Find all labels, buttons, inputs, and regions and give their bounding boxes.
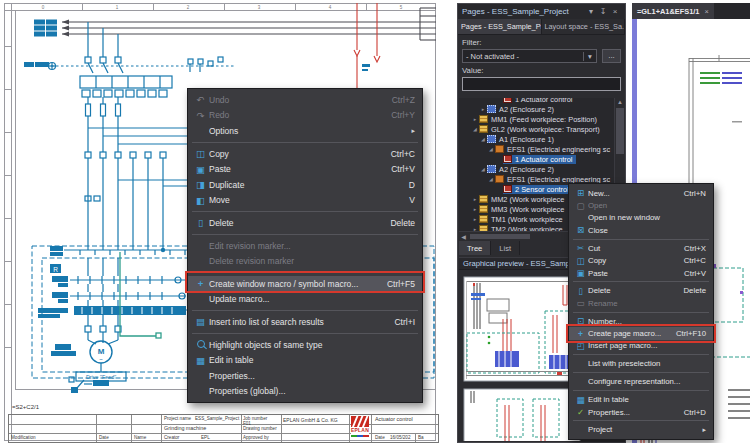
interruption-point-label: R <box>53 266 58 273</box>
tab-layout-space[interactable]: Layout space - ESS_Sa... <box>542 19 626 34</box>
scissors-icon: ✂ <box>573 243 588 253</box>
filter-combobox[interactable]: - Not activated - ▾ <box>462 49 597 63</box>
menu-item-move[interactable]: ◧ Move V <box>188 193 422 209</box>
chevron-down-icon[interactable]: ▾ <box>585 7 597 16</box>
date-column-label: Date <box>99 436 109 441</box>
tree-item[interactable]: ▸ MM1 (Feed workpiece: Position) <box>459 114 624 124</box>
close-page-icon: ⊠ <box>573 225 588 235</box>
tree-item[interactable]: ◢ A2 (Enclosure 2) <box>459 164 624 174</box>
editor-tab[interactable]: =GL1+A1&EFS1/1 × <box>632 3 714 19</box>
menu-separator <box>573 390 709 396</box>
expander-icon[interactable]: ▸ <box>471 196 479 202</box>
tree-item-selected[interactable]: 1 Actuator control <box>459 154 624 164</box>
menu-item-update-macro[interactable]: Update macro... <box>188 292 422 308</box>
expander-icon[interactable]: ◢ <box>471 126 479 132</box>
menu-item-copy[interactable]: ◫ Copy Ctrl+C <box>569 254 713 266</box>
menu-item-delete-revision-marker[interactable]: Delete revision marker <box>188 253 422 269</box>
expander-icon[interactable]: ◢ <box>479 166 487 172</box>
menu-item-paste[interactable]: ▣ Paste Ctrl+V <box>188 161 422 177</box>
context-menu-schematic: ↶ Undo Ctrl+Z ↷ Redo Ctrl+Y Options ▸ ◫ … <box>187 88 423 403</box>
function-module-icon <box>479 115 488 123</box>
menu-item-rename[interactable]: ▭ Rename <box>569 297 713 309</box>
function-module-icon <box>479 195 488 203</box>
svg-text:2: 2 <box>187 5 190 10</box>
menu-item-insert-page-macro[interactable]: ◰ Insert page macro... <box>569 340 713 352</box>
scrollbar-thumb[interactable] <box>616 108 624 154</box>
menu-item-options[interactable]: Options ▸ <box>188 123 422 139</box>
scroll-up-icon[interactable]: ▲ <box>615 98 625 107</box>
function-module-icon <box>479 125 488 133</box>
pages-panel-titlebar[interactable]: Pages - ESS_Sample_Project ▾ ↧ × <box>458 4 625 19</box>
new-page-icon: ⊞ <box>573 188 588 198</box>
menu-separator <box>573 239 709 245</box>
value-label: Value: <box>458 63 625 76</box>
expander-icon[interactable]: ▸ <box>471 206 479 212</box>
menu-item-paste[interactable]: ▣ Paste Ctrl+V <box>569 267 713 279</box>
menu-item-new[interactable]: ⊞ New... Ctrl+N <box>569 187 713 199</box>
tree-item[interactable]: ◢ A1 (Enclosure 1) <box>459 134 624 144</box>
close-icon[interactable]: × <box>609 7 621 16</box>
machine-name: Grinding machine <box>164 426 206 431</box>
tree-item[interactable]: ▸ A2 (Enclosure 2) <box>459 104 624 114</box>
tree-item[interactable]: ◢ GL2 (Work workpiece: Transport) <box>459 124 624 134</box>
paste-icon: ▣ <box>573 268 588 278</box>
expander-icon[interactable]: ◢ <box>487 146 495 152</box>
drawing-number-label: Drawing number <box>243 427 277 432</box>
svg-text:5: 5 <box>400 5 403 10</box>
svg-text:3: 3 <box>258 5 261 10</box>
modification-label: Modification <box>11 436 36 441</box>
menu-separator <box>573 354 709 360</box>
menu-separator <box>192 310 418 317</box>
duplicate-icon: ◨ <box>192 179 209 190</box>
menu-item-properties[interactable]: ✓ Properties... Ctrl+D <box>569 406 713 418</box>
page-icon <box>503 98 512 103</box>
expander-icon[interactable]: ◢ <box>487 176 495 182</box>
pages-panel-title: Pages - ESS_Sample_Project <box>462 7 585 16</box>
value-input[interactable] <box>462 77 621 91</box>
red-wires <box>354 3 380 88</box>
menu-separator <box>573 420 709 426</box>
scroll-left-icon[interactable]: ◀ <box>459 233 468 240</box>
project-name-label: Project name <box>164 417 191 422</box>
eplan-logo: EPLAN <box>351 416 369 437</box>
menu-separator <box>573 281 709 287</box>
ruler-numbers: 0 1 2 3 4 5 <box>42 5 403 10</box>
scrollbar-thumb[interactable] <box>470 234 530 239</box>
expander-icon[interactable]: ▸ <box>479 106 487 112</box>
expander-icon[interactable]: ◢ <box>479 136 487 142</box>
menu-separator <box>192 211 418 218</box>
function-module-icon <box>479 205 488 213</box>
menu-item-redo[interactable]: ↷ Redo Ctrl+Y <box>188 108 422 124</box>
menu-item-properties-global[interactable]: Properties (global)... <box>188 384 422 400</box>
name-right-value: Ba <box>418 436 424 441</box>
menu-item-edit-in-table[interactable]: ▦ Edit in table <box>188 352 422 368</box>
expander-icon[interactable]: ▸ <box>471 216 479 222</box>
filter-more-button[interactable]: ... <box>602 49 621 63</box>
menu-item-undo[interactable]: ↶ Undo Ctrl+Z <box>188 92 422 108</box>
pages-panel-tabs: Pages - ESS_Sample_Pr... Layout space - … <box>458 19 625 35</box>
editor-tabbar: =GL1+A1&EFS1/1 × <box>632 3 750 19</box>
tab-close-icon[interactable]: × <box>704 7 708 16</box>
tab-pages[interactable]: Pages - ESS_Sample_Pr... <box>458 19 542 34</box>
menu-item-create-page-macro[interactable]: + Create page macro... Ctrl+F10 <box>569 327 713 339</box>
menu-separator <box>573 372 709 378</box>
pin-icon[interactable]: ↧ <box>597 7 609 16</box>
tree-item[interactable]: ◢ EFS1 (Electrical engineering sc <box>459 144 624 154</box>
page-location-text: =S2+C2/1 <box>12 404 39 410</box>
combo-arrow-icon[interactable]: ▾ <box>583 52 596 61</box>
copy-icon: ◫ <box>573 256 588 266</box>
menu-item-duplicate[interactable]: ◨ Duplicate D <box>188 177 422 193</box>
table-icon: ▦ <box>192 355 209 366</box>
date-label: Date <box>375 436 385 441</box>
tab-list[interactable]: List <box>491 241 520 255</box>
motor-tilde: ~ <box>99 356 103 362</box>
tab-tree[interactable]: Tree <box>459 241 491 255</box>
expander-icon[interactable]: ▸ <box>471 116 479 122</box>
copy-icon: ◫ <box>192 148 209 159</box>
menu-item-close[interactable]: ⊠ Close <box>569 224 713 236</box>
tree-list-tabs: Tree List <box>459 241 520 255</box>
rename-icon: ▭ <box>573 298 588 308</box>
menu-item-properties[interactable]: Properties... <box>188 368 422 384</box>
menu-item-open[interactable]: ▢ Open <box>569 199 713 211</box>
menu-item-open-in-new-window[interactable]: Open in new window <box>569 212 713 224</box>
